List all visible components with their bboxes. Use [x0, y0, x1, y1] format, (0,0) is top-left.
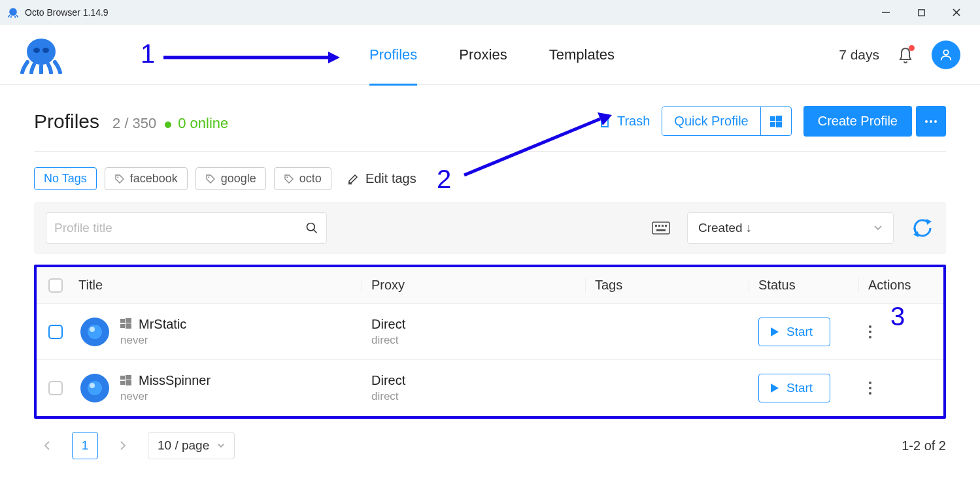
window-close[interactable]: [949, 5, 964, 20]
quick-profile-os-button[interactable]: [760, 107, 791, 135]
svg-point-21: [208, 176, 209, 178]
svg-point-22: [286, 176, 288, 178]
column-tags: Tags: [586, 278, 749, 293]
page-next[interactable]: [110, 433, 136, 459]
svg-point-0: [9, 8, 17, 16]
page-title: Profiles: [34, 110, 99, 133]
user-avatar[interactable]: [932, 41, 960, 69]
tab-templates[interactable]: Templates: [549, 46, 615, 63]
start-button[interactable]: Start: [758, 318, 830, 346]
quick-profile-button[interactable]: Quick Profile: [662, 107, 760, 135]
svg-marker-10: [328, 52, 340, 63]
svg-rect-2: [918, 9, 924, 15]
svg-point-42: [869, 325, 871, 328]
svg-rect-40: [126, 323, 131, 329]
page-size-select[interactable]: 10 / page: [148, 432, 235, 459]
svg-rect-27: [655, 225, 657, 227]
annotation-arrow-2: [458, 110, 615, 182]
tag-icon: [114, 174, 125, 184]
refresh-button[interactable]: [911, 216, 934, 240]
create-profile-button[interactable]: Create Profile: [803, 106, 912, 137]
tab-profiles[interactable]: Profiles: [369, 46, 417, 63]
pagination: 1 10 / page 1-2 of 2: [34, 419, 946, 479]
row-proxy: Direct: [371, 373, 586, 388]
start-label: Start: [786, 325, 813, 339]
row-more-button[interactable]: [868, 381, 872, 395]
svg-rect-13: [770, 122, 775, 127]
annotation-number-1: 1: [141, 39, 155, 69]
svg-point-5: [27, 39, 56, 65]
search-icon: [305, 221, 318, 235]
trash-label: Trash: [617, 114, 650, 129]
svg-rect-11: [770, 116, 775, 121]
tag-chip-google[interactable]: google: [195, 167, 266, 190]
chevron-down-icon: [873, 225, 883, 231]
svg-point-7: [42, 48, 49, 53]
tag-chip-octo[interactable]: octo: [274, 167, 331, 190]
window-titlebar: Octo Browser 1.14.9: [0, 0, 980, 25]
start-label: Start: [786, 381, 813, 395]
select-all-checkbox[interactable]: [48, 278, 63, 293]
pencil-icon: [347, 173, 359, 185]
profile-avatar-icon: [78, 372, 111, 404]
windows-icon: [120, 375, 132, 387]
annotation-arrow-1: [163, 50, 340, 65]
table-row: MissSpinner never Direct direct Start: [37, 360, 943, 416]
tag-label: octo: [299, 172, 322, 186]
profiles-online: 0 online: [178, 115, 228, 131]
online-indicator-dot: [165, 122, 171, 128]
svg-point-20: [117, 176, 118, 178]
annotation-number-3: 3: [890, 302, 905, 331]
svg-point-16: [930, 120, 932, 123]
row-last-run: never: [120, 390, 211, 403]
row-checkbox[interactable]: [48, 381, 63, 395]
window-minimize[interactable]: [878, 5, 894, 20]
svg-point-47: [90, 383, 95, 388]
profiles-count: 2 / 350: [112, 115, 156, 131]
sort-value: Created ↓: [698, 221, 752, 235]
search-input[interactable]: [54, 221, 305, 235]
page-number[interactable]: 1: [72, 432, 98, 459]
row-checkbox[interactable]: [48, 325, 63, 339]
svg-point-15: [925, 120, 928, 123]
svg-point-55: [869, 392, 871, 395]
page-prev[interactable]: [34, 433, 60, 459]
row-title: MrStatic: [139, 317, 186, 332]
search-box[interactable]: [46, 212, 327, 244]
svg-rect-31: [656, 229, 666, 231]
svg-rect-50: [120, 381, 125, 385]
tag-chip-no-tags[interactable]: No Tags: [34, 167, 97, 190]
svg-marker-41: [771, 327, 779, 336]
dots-vertical-icon: [868, 381, 872, 395]
create-profile-more-button[interactable]: [916, 106, 946, 137]
filters-row: Created ↓: [34, 202, 946, 254]
sort-select[interactable]: Created ↓: [687, 212, 894, 244]
row-proxy-type: direct: [371, 390, 586, 403]
profiles-table: Title Proxy Tags Status Actions MrStatic…: [34, 265, 946, 419]
play-icon: [771, 327, 779, 336]
svg-marker-32: [926, 219, 932, 225]
tab-proxies[interactable]: Proxies: [459, 46, 507, 63]
svg-rect-12: [776, 116, 782, 121]
svg-point-17: [934, 120, 937, 123]
edit-tags-button[interactable]: Edit tags: [347, 171, 416, 186]
row-last-run: never: [120, 334, 186, 347]
tag-chip-facebook[interactable]: facebook: [105, 167, 188, 190]
notifications-button[interactable]: [898, 46, 913, 63]
svg-rect-51: [126, 380, 131, 385]
page-range: 1-2 of 2: [902, 438, 946, 453]
row-more-button[interactable]: [868, 325, 872, 339]
start-button[interactable]: Start: [758, 374, 830, 402]
column-actions: Actions: [859, 278, 943, 293]
tag-icon: [284, 174, 294, 184]
svg-marker-52: [771, 384, 779, 393]
column-proxy: Proxy: [362, 278, 586, 293]
column-title: Title: [75, 278, 362, 293]
svg-point-46: [88, 381, 102, 395]
annotation-number-2: 2: [437, 165, 451, 194]
window-maximize[interactable]: [913, 5, 929, 20]
svg-rect-48: [120, 376, 125, 380]
refresh-icon: [911, 216, 934, 240]
keyboard-icon[interactable]: [652, 221, 670, 235]
svg-line-18: [464, 119, 600, 175]
